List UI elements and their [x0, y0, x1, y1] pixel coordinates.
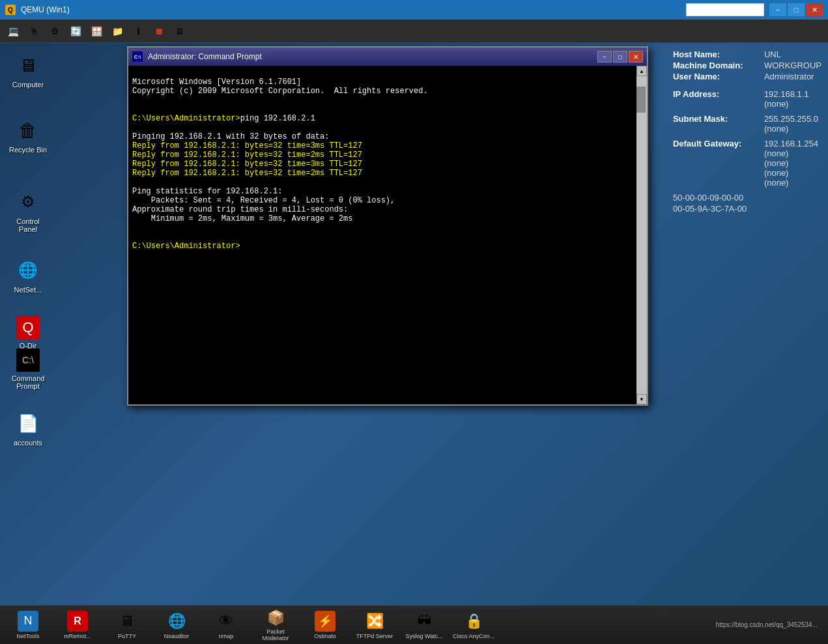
cmd-titlebar-text: Administrator: Command Prompt [148, 52, 592, 61]
cisco-anycon-label: Cisco AnyCon... [452, 633, 495, 639]
desktop-icon-recycle-bin[interactable]: 🗑 Recycle Bin [5, 115, 51, 156]
desktop-icon-computer[interactable]: 🖥 Computer [5, 49, 51, 91]
minimize-button[interactable]: − [769, 3, 786, 16]
toolbar-icon-4[interactable]: 🪟 [87, 22, 106, 40]
cmd-scroll-up[interactable]: ▲ [636, 66, 647, 76]
cmd-window: C:\ Administrator: Command Prompt − □ ✕ … [127, 46, 648, 406]
default-gateway-value: 192.168.1.254 (none)(none)(none)(none) [764, 139, 818, 188]
nettools-icon: N [18, 611, 38, 632]
desktop-icon-accounts[interactable]: 📄 accounts [5, 408, 51, 449]
desktop-icon-control-panel[interactable]: ⚙ Control Panel [5, 186, 51, 236]
qemu-title: QEMU (Win1) [21, 5, 681, 14]
cmd-titlebar: C:\ Administrator: Command Prompt − □ ✕ [128, 48, 647, 66]
command-prompt-label: Command Prompt [8, 374, 48, 390]
toolbar-icon-5[interactable]: 📁 [108, 22, 126, 40]
recycle-bin-label: Recycle Bin [8, 146, 48, 154]
taskbar-nettools[interactable]: N NetTools [5, 608, 51, 643]
taskbar-ostinato[interactable]: ⚡ Ostinato [302, 608, 348, 643]
mremote-label: mRemot... [56, 633, 99, 639]
cmd-content[interactable]: Microsoft Windows [Version 6.1.7601] Cop… [128, 66, 636, 404]
mremote-icon: R [67, 611, 88, 632]
taskbar: N NetTools R mRemot... 🖥 PuTTY 🌐 Nsaudit… [0, 605, 828, 644]
toolbar-icon-6[interactable]: ℹ [129, 22, 147, 40]
cmd-close-button[interactable]: ✕ [629, 51, 643, 63]
packet-moderator-label: Packet Moderator [254, 628, 297, 641]
desktop-icon-command-prompt[interactable]: C:\ Command Prompt [5, 346, 51, 393]
putty-label: PuTTY [106, 633, 149, 639]
netset-label: NetSet... [8, 286, 48, 294]
tftpd-server-icon: 🔀 [364, 611, 385, 632]
accounts-icon: 📄 [15, 410, 41, 436]
maximize-button[interactable]: □ [788, 3, 805, 16]
taskbar-cisco-anycon[interactable]: 🔒 Cisco AnyCon... [451, 608, 496, 643]
machine-domain-value: WORKGROUP [764, 61, 821, 70]
cmd-scrollbar[interactable]: ▲ ▼ [636, 66, 647, 404]
desktop-icon-netset[interactable]: 🌐 NetSet... [5, 255, 51, 296]
qemu-window-controls: − □ ✕ [769, 3, 823, 16]
taskbar-packet-moderator[interactable]: 📦 Packet Moderator [253, 608, 298, 643]
subnet-mask-label: Subnet Mask: [673, 114, 758, 133]
mac-address-1: 50-00-00-09-00-00 [673, 193, 743, 203]
cisco-anycon-icon: 🔒 [463, 611, 484, 632]
qemu-search-input[interactable] [686, 3, 764, 16]
taskbar-tftpd-server[interactable]: 🔀 TFTPd Server [352, 608, 397, 643]
toolbar-icon-0[interactable]: 💻 [4, 22, 22, 40]
ip-address-value: 192.168.1.1 (none) [764, 89, 809, 109]
nettools-label: NetTools [7, 633, 50, 639]
ostinato-icon: ⚡ [315, 611, 335, 632]
computer-label: Computer [8, 81, 48, 89]
control-panel-icon: ⚙ [15, 189, 41, 215]
computer-icon: 🖥 [15, 52, 41, 78]
cmd-titlebar-controls: − □ ✕ [597, 51, 643, 63]
qemu-toolbar: 💻 🖱 ⚙ 🔄 🪟 📁 ℹ ⏹ 🖥 [0, 20, 828, 43]
cmd-content-area: Microsoft Windows [Version 6.1.7601] Cop… [128, 66, 647, 404]
toolbar-icon-7[interactable]: ⏹ [150, 22, 168, 40]
taskbar-syslog-watch[interactable]: 🕶 Syslog Watc... [401, 608, 447, 643]
desktop: 🖥 Computer 🗑 Recycle Bin ⚙ Control Panel… [0, 43, 828, 605]
cmd-titlebar-icon: C:\ [132, 51, 143, 62]
status-url: https://blog.csdn.net/qq_3452534... [716, 621, 823, 628]
tftpd-label: TFTPd Server [353, 633, 396, 639]
host-name-value: UNL [764, 49, 781, 59]
nmap-label: nmap [205, 633, 248, 639]
nsauditor-icon: 🌐 [166, 611, 187, 632]
syslog-label: Syslog Watc... [403, 633, 446, 639]
qemu-icon: Q [5, 5, 16, 15]
control-panel-label: Control Panel [8, 217, 48, 233]
ostinato-label: Ostinato [304, 633, 347, 639]
subnet-mask-value: 255.255.255.0 (none) [764, 114, 818, 133]
taskbar-nsauditor[interactable]: 🌐 Nsauditor [154, 608, 199, 643]
toolbar-icon-1[interactable]: 🖱 [25, 22, 43, 40]
accounts-label: accounts [8, 439, 48, 447]
q-dir-icon: Q [16, 316, 40, 339]
putty-icon: 🖥 [117, 611, 137, 632]
info-panel: Host Name: UNL Machine Domain: WORKGROUP… [673, 49, 821, 215]
toolbar-icon-2[interactable]: ⚙ [46, 22, 64, 40]
syslog-icon: 🕶 [414, 611, 435, 632]
qemu-titlebar: Q QEMU (Win1) − □ ✕ [0, 0, 828, 20]
machine-domain-label: Machine Domain: [673, 61, 758, 70]
cmd-scroll-thumb[interactable] [636, 87, 646, 113]
recycle-bin-icon: 🗑 [15, 117, 41, 143]
nmap-icon: 👁 [216, 611, 236, 632]
mac-address-2: 00-05-9A-3C-7A-00 [673, 204, 747, 214]
taskbar-mremote[interactable]: R mRemot... [55, 608, 100, 643]
default-gateway-label: Default Gateway: [673, 139, 758, 188]
cmd-minimize-button[interactable]: − [597, 51, 612, 63]
command-prompt-icon: C:\ [16, 348, 40, 372]
taskbar-nmap[interactable]: 👁 nmap [203, 608, 249, 643]
netset-icon: 🌐 [15, 257, 41, 283]
packet-moderator-icon: 📦 [265, 609, 286, 627]
toolbar-icon-8[interactable]: 🖥 [171, 22, 189, 40]
ip-address-label: IP Address: [673, 89, 758, 109]
cmd-scroll-down[interactable]: ▼ [636, 394, 647, 404]
taskbar-putty[interactable]: 🖥 PuTTY [104, 608, 150, 643]
toolbar-icon-3[interactable]: 🔄 [66, 22, 85, 40]
user-name-value: Administrator [764, 72, 814, 81]
cmd-maximize-button[interactable]: □ [613, 51, 627, 63]
user-name-label: User Name: [673, 72, 758, 81]
nsauditor-label: Nsauditor [155, 633, 198, 639]
host-name-label: Host Name: [673, 49, 758, 59]
close-button[interactable]: ✕ [806, 3, 823, 16]
